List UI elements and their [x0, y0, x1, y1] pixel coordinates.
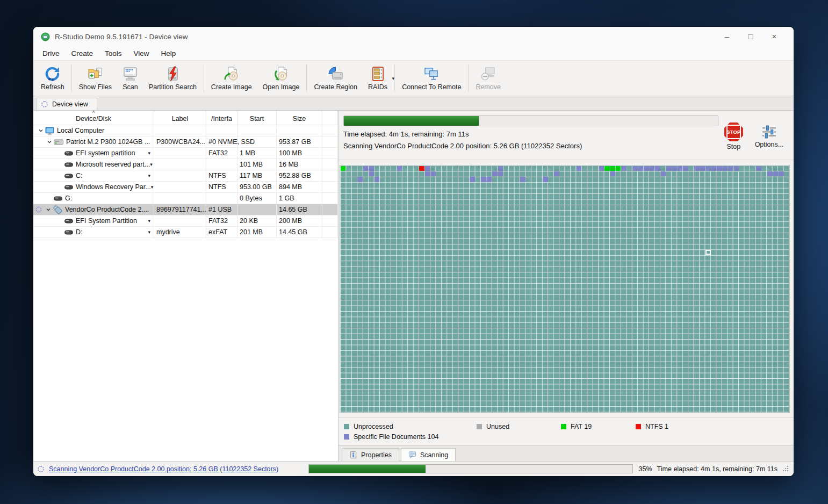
scan-cell — [604, 166, 609, 171]
open-image-label: Open Image — [263, 83, 300, 91]
device-row[interactable]: D:▾mydriveexFAT201 MB14.45 GB — [33, 227, 338, 238]
stop-button-label: Stop — [727, 143, 741, 150]
remove-button[interactable]: Remove — [470, 62, 506, 95]
device-row[interactable]: Windows Recovery Par...▾NTFS953.00 GB894… — [33, 182, 338, 193]
spinner-icon — [38, 466, 44, 472]
chevron-down-icon[interactable] — [37, 128, 45, 133]
legend-label: FAT 19 — [571, 423, 592, 430]
menu-item-tools[interactable]: Tools — [99, 48, 128, 59]
device-row[interactable]: Microsoft reserved part...▾101 MB16 MB — [33, 159, 338, 170]
cell-filler — [322, 159, 338, 170]
raids-button[interactable]: ▾RAIDs — [363, 62, 393, 95]
cell-filler — [322, 125, 338, 136]
toolbar-separator — [468, 64, 469, 92]
device-name: G: — [65, 193, 72, 204]
partition-dropdown[interactable]: ▾ — [150, 159, 154, 170]
cell-fs — [206, 193, 237, 204]
close-button[interactable]: × — [762, 28, 786, 45]
cell-label — [154, 182, 206, 192]
connect-remote-icon — [424, 66, 440, 82]
connect-to-remote-button[interactable]: Connect To Remote — [397, 62, 466, 95]
device-row[interactable]: Patriot M.2 P300 1024GB ...P300WCBA24...… — [33, 136, 338, 148]
cell-filler — [322, 193, 338, 204]
column-header-device-disk[interactable]: ^Device/Disk — [33, 111, 154, 125]
show-files-button[interactable]: Show Files — [74, 62, 117, 95]
refresh-button[interactable]: Refresh — [35, 62, 70, 95]
toolbar-separator — [204, 64, 204, 92]
chevron-down-icon[interactable] — [45, 139, 54, 145]
create-image-button[interactable]: Create Image — [206, 62, 257, 95]
scan-cell — [369, 171, 373, 176]
partition-dropdown[interactable]: ▾ — [148, 215, 152, 226]
column-header-filler — [322, 111, 338, 125]
dropdown-arrow-icon[interactable]: ▾ — [392, 76, 395, 81]
menu-item-drive[interactable]: Drive — [37, 48, 66, 59]
scan-cell — [369, 166, 373, 171]
status-progress-fill — [309, 465, 426, 473]
device-row[interactable]: C:▾NTFS117 MB952.88 GB — [33, 170, 338, 182]
partition-dropdown[interactable]: ▾ — [148, 148, 152, 159]
device-row[interactable]: Local Computer — [33, 125, 338, 136]
options-button[interactable]: Options... — [755, 125, 784, 148]
legend-swatch — [561, 424, 566, 429]
scan-cell — [599, 166, 604, 171]
chevron-down-icon[interactable] — [44, 207, 53, 212]
scan-status-link[interactable]: Scanning VendorCo ProductCode 2.00 posit… — [49, 465, 304, 473]
menu-item-view[interactable]: View — [128, 48, 155, 59]
scan-button[interactable]: Scan — [117, 62, 143, 95]
stop-button[interactable]: STOP Stop — [724, 123, 743, 150]
tab-device-view[interactable]: Device view — [36, 98, 97, 110]
tab-properties[interactable]: Properties — [342, 448, 399, 461]
device-row[interactable]: G:0 Bytes1 GB — [33, 193, 338, 204]
cell-size: 14.45 GB — [277, 227, 322, 237]
scan-cell — [678, 166, 682, 171]
cell-fs: FAT32 — [206, 215, 237, 226]
sort-indicator-icon: ^ — [92, 111, 95, 116]
resize-grip[interactable] — [782, 465, 789, 472]
legend-item: Specific File Documents 104 — [344, 433, 438, 441]
column-header--interfa[interactable]: /Interfa — [206, 111, 237, 125]
cell-label: P300WCBA24... — [154, 136, 206, 147]
create-region-button[interactable]: Create Region — [308, 62, 363, 95]
tab-scanning[interactable]: Scanning — [401, 448, 456, 461]
scan-cell — [430, 171, 435, 176]
cell-filler — [322, 204, 338, 215]
device-row[interactable]: EFI system partition▾FAT321 MB100 MB — [33, 148, 338, 159]
scan-cell — [728, 166, 733, 171]
scan-cell — [666, 166, 671, 171]
menu-item-create[interactable]: Create — [66, 48, 99, 59]
bottom-tabstrip: PropertiesScanning — [339, 445, 794, 461]
device-row[interactable]: EFI System Partition▾FAT3220 KB200 MB — [33, 215, 338, 227]
create-image-icon — [224, 66, 239, 82]
legend-label: Unused — [486, 423, 509, 430]
column-header-start[interactable]: Start — [237, 111, 277, 125]
partition-icon — [64, 162, 73, 168]
device-table-header: ^Device/DiskLabel/InterfaStartSize — [33, 111, 338, 125]
cell-size: 14.65 GB — [277, 204, 322, 215]
open-image-icon — [273, 66, 289, 82]
scan-cell — [397, 166, 402, 171]
cell-start: 201 MB — [237, 227, 277, 237]
column-header-label[interactable]: Label — [154, 111, 206, 125]
maximize-button[interactable]: □ — [739, 28, 762, 45]
device-name: Patriot M.2 P300 1024GB ... — [66, 136, 150, 147]
partition-dropdown[interactable]: ▾ — [148, 227, 152, 237]
open-image-button[interactable]: Open Image — [257, 62, 305, 95]
minimize-button[interactable]: – — [715, 28, 739, 45]
status-time-text: Time elapsed: 4m 1s, remaining: 7m 11s — [657, 465, 777, 473]
scan-legend: UnprocessedUnusedFAT 19NTFS 1 Specific F… — [339, 417, 794, 445]
device-row[interactable]: VendorCo ProductCode 2....896979117741..… — [33, 204, 338, 215]
cell-label — [154, 159, 206, 170]
scan-cell — [773, 171, 778, 176]
scan-cell — [694, 166, 699, 171]
scan-cell — [723, 166, 728, 171]
menu-item-help[interactable]: Help — [155, 48, 182, 59]
cell-label — [154, 148, 206, 159]
partition-dropdown[interactable]: ▾ — [148, 170, 152, 181]
scan-cell — [363, 166, 368, 171]
partition-search-button[interactable]: Partition Search — [143, 62, 202, 95]
column-header-size[interactable]: Size — [277, 111, 322, 125]
time-elapsed-text: Time elapsed: 4m 1s, remaining: 7m 11s — [343, 130, 718, 138]
tab-device-view-label: Device view — [52, 100, 88, 108]
scan-cell — [622, 166, 627, 171]
